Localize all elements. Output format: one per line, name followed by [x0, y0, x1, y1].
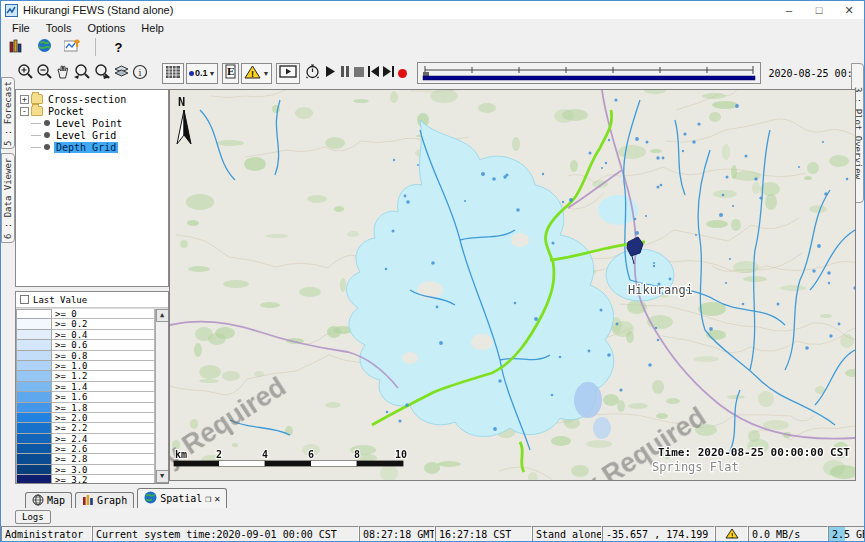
- svg-text:2: 2: [216, 449, 222, 460]
- legend-row: >= 1.6: [16, 392, 155, 402]
- pan-button[interactable]: [55, 63, 71, 84]
- tab-graph[interactable]: Graph: [75, 492, 134, 508]
- status-local-time: 16:27:18 CST: [435, 526, 532, 542]
- tab-data-viewer[interactable]: 6 : Data Viewer: [1, 153, 15, 243]
- zoom-next-icon: [93, 63, 111, 83]
- svg-text:6: 6: [308, 449, 314, 460]
- stop-icon: [354, 66, 364, 80]
- menu-tools[interactable]: Tools: [38, 21, 80, 35]
- zoom-previous-button[interactable]: [73, 63, 91, 84]
- tree-item-pocket[interactable]: - Pocket: [20, 105, 168, 117]
- tree-item-cross-section[interactable]: + Cross-section: [20, 93, 168, 105]
- threshold-dropdown-button[interactable]: 0.1 ▼: [186, 63, 218, 84]
- tab-map[interactable]: Map: [25, 492, 72, 508]
- legend-row: >= 1.2: [16, 371, 155, 381]
- stop-button[interactable]: [354, 63, 364, 84]
- legend-row: >= 3.0: [16, 465, 155, 475]
- logs-button[interactable]: Logs: [15, 510, 51, 524]
- step-forward-button[interactable]: [383, 63, 394, 84]
- map-display-button[interactable]: [34, 37, 55, 58]
- animation-button[interactable]: [276, 63, 300, 84]
- timeseries-dialog-button[interactable]: [62, 37, 83, 58]
- step-back-button[interactable]: [368, 63, 379, 84]
- color-swatch: [16, 371, 52, 381]
- legend-scrollbar[interactable]: ▲ ▼: [155, 309, 168, 483]
- grid-icon: [165, 65, 181, 82]
- skip-start-icon: [368, 66, 379, 80]
- zoom-out-button[interactable]: [36, 63, 53, 84]
- svg-text:!: !: [729, 532, 733, 540]
- record-button[interactable]: [398, 63, 407, 84]
- collapse-icon[interactable]: -: [20, 107, 29, 116]
- timeline-slider[interactable]: [417, 62, 761, 84]
- play-button[interactable]: [325, 63, 336, 84]
- tree-item-depth-grid[interactable]: Depth Grid: [20, 141, 168, 153]
- filter-tree-panel: + Cross-section - Pocket Level Point Lev…: [15, 89, 169, 287]
- zoom-next-button[interactable]: [93, 63, 111, 84]
- status-bar: Administrator Current system time:2020-0…: [1, 526, 865, 542]
- legend-ruler-icon: E: [225, 64, 236, 82]
- color-swatch: [16, 454, 52, 464]
- zoom-previous-icon: [73, 63, 91, 83]
- window-title: Hikurangi FEWS (Stand alone): [23, 4, 173, 16]
- node-bullet-icon: [44, 144, 50, 150]
- color-swatch: [16, 319, 52, 329]
- minimize-button[interactable]: –: [774, 1, 804, 19]
- float-tab-icon[interactable]: ❐: [205, 493, 211, 504]
- map-canvas[interactable]: API Key Required API Key Required Hikura…: [170, 90, 855, 480]
- color-swatch: [16, 382, 52, 392]
- tree-item-level-grid[interactable]: Level Grid: [20, 129, 168, 141]
- menu-bar: File Tools Options Help: [1, 19, 864, 36]
- layers-button[interactable]: [113, 63, 130, 84]
- record-icon: [398, 69, 407, 78]
- status-user: Administrator: [1, 526, 92, 542]
- legend-row: >= 2.4: [16, 434, 155, 444]
- tree-item-level-point[interactable]: Level Point: [20, 117, 168, 129]
- warning-dropdown-button[interactable]: ! ▼: [241, 63, 272, 84]
- grid-toggle-button[interactable]: [162, 63, 184, 84]
- legend-row: >= 2.6: [16, 444, 155, 454]
- close-button[interactable]: ✕: [834, 1, 864, 19]
- maximize-button[interactable]: □: [804, 1, 834, 19]
- menu-file[interactable]: File: [4, 21, 38, 35]
- svg-text:!: !: [251, 69, 254, 79]
- svg-text:km: km: [175, 449, 187, 460]
- tab-spatial[interactable]: Spatial ❐ ✕: [137, 488, 227, 508]
- svg-text:i: i: [139, 67, 142, 77]
- map-legend-button[interactable]: E: [222, 63, 239, 84]
- status-mode: Stand alone: [532, 526, 602, 542]
- legend-row: >= 1.8: [16, 403, 155, 413]
- legend-row: >= 0: [16, 309, 155, 319]
- tab-forecast[interactable]: 5 : Forecast: [1, 77, 15, 149]
- color-swatch: [16, 465, 52, 475]
- zoom-in-button[interactable]: [17, 63, 34, 84]
- timeseries-chart-icon: [64, 38, 81, 56]
- warning-triangle-icon: !: [725, 528, 739, 541]
- color-swatch: [16, 413, 52, 423]
- legend-row: >= 2.0: [16, 413, 155, 423]
- pause-button[interactable]: [340, 63, 350, 84]
- expand-icon[interactable]: +: [20, 95, 29, 104]
- legend-row: >= 0.8: [16, 351, 155, 361]
- scroll-down-icon[interactable]: ▼: [156, 470, 169, 483]
- zoom-out-icon: [36, 63, 53, 83]
- logs-panel-button[interactable]: [6, 37, 27, 58]
- info-button[interactable]: i: [132, 63, 148, 84]
- pause-icon: [340, 66, 350, 80]
- map-view[interactable]: API Key Required API Key Required Hikura…: [169, 89, 856, 481]
- close-tab-icon[interactable]: ✕: [214, 493, 220, 504]
- help-button[interactable]: ?: [108, 37, 129, 58]
- color-swatch: [16, 309, 52, 319]
- map-time-label: Time: 2020-08-25 00:00:00 CST: [658, 446, 850, 459]
- display-tab-bar: Map Graph Spatial ❐ ✕: [15, 488, 856, 508]
- last-value-checkbox[interactable]: [20, 295, 29, 304]
- menu-options[interactable]: Options: [79, 21, 133, 35]
- status-memory: 2.5 GB: [828, 526, 865, 542]
- status-warning[interactable]: !: [715, 526, 748, 542]
- menu-help[interactable]: Help: [133, 21, 172, 35]
- timer-button[interactable]: [304, 63, 321, 84]
- skip-end-icon: [383, 66, 394, 80]
- legend-row: >= 1.0: [16, 361, 155, 371]
- scroll-up-icon[interactable]: ▲: [156, 309, 169, 322]
- warning-triangle-icon: !: [244, 65, 261, 82]
